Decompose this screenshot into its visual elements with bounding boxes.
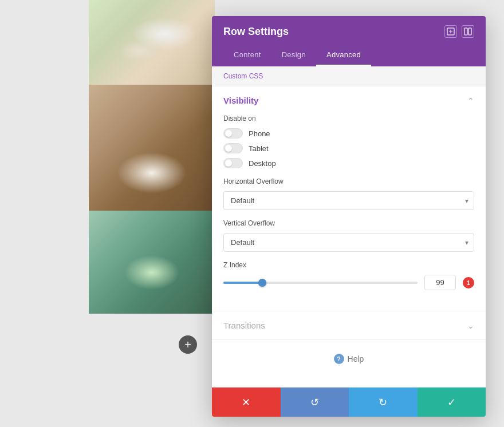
image-wedding-dress xyxy=(89,85,215,211)
help-icon: ? xyxy=(334,354,344,364)
desktop-toggle[interactable] xyxy=(223,158,243,168)
visibility-section-header[interactable]: Visibility ⌃ xyxy=(212,86,486,114)
visibility-section: Visibility ⌃ Disable on Phone Tablet xyxy=(212,86,486,311)
z-index-input[interactable] xyxy=(424,275,456,290)
phone-toggle-row: Phone xyxy=(223,128,474,139)
desktop-label: Desktop xyxy=(249,159,276,168)
confirm-button[interactable]: ✓ xyxy=(418,388,486,417)
tab-design[interactable]: Design xyxy=(271,45,316,66)
vertical-overflow-select[interactable]: Default Visible Hidden Scroll Auto xyxy=(223,233,474,252)
tablet-label: Tablet xyxy=(249,144,269,153)
svg-rect-2 xyxy=(468,28,471,35)
horizontal-overflow-select[interactable]: Default Visible Hidden Scroll Auto xyxy=(223,191,474,210)
custom-css-bar[interactable]: Custom CSS xyxy=(212,66,486,86)
phone-toggle[interactable] xyxy=(223,128,243,139)
disable-on-label: Disable on xyxy=(223,114,474,122)
phone-label: Phone xyxy=(249,129,270,138)
visibility-section-body: Disable on Phone Tablet Desktop xyxy=(212,114,486,311)
disable-on-group: Disable on Phone Tablet Desktop xyxy=(223,114,474,168)
image-strip xyxy=(89,0,215,427)
panel-content: Custom CSS Visibility ⌃ Disable on Phone xyxy=(212,66,486,387)
transitions-title: Transitions xyxy=(223,321,265,330)
z-index-slider-track[interactable] xyxy=(223,282,418,284)
z-index-badge: 1 xyxy=(463,277,474,288)
panel-tabs: Content Design Advanced xyxy=(223,45,474,66)
z-index-group: Z Index 1 xyxy=(223,261,474,290)
panel-title: Row Settings xyxy=(223,26,289,38)
visibility-collapse-icon: ⌃ xyxy=(467,96,474,105)
help-label: Help xyxy=(348,354,364,363)
vertical-overflow-group: Vertical Overflow Default Visible Hidden… xyxy=(223,219,474,252)
svg-rect-1 xyxy=(464,28,467,35)
panel-header-icons xyxy=(444,25,474,38)
transitions-header[interactable]: Transitions ⌄ xyxy=(212,311,486,339)
visibility-title: Visibility xyxy=(223,96,258,105)
horizontal-overflow-label: Horizontal Overflow xyxy=(223,177,474,185)
horizontal-overflow-select-wrapper: Default Visible Hidden Scroll Auto ▾ xyxy=(223,191,474,210)
columns-icon[interactable] xyxy=(462,25,474,38)
transitions-expand-icon: ⌄ xyxy=(467,321,474,330)
z-index-slider-thumb[interactable] xyxy=(258,279,266,287)
resize-icon[interactable] xyxy=(444,25,457,38)
tablet-toggle-row: Tablet xyxy=(223,143,474,153)
image-wedding-table xyxy=(89,211,215,314)
tab-advanced[interactable]: Advanced xyxy=(316,45,371,66)
z-index-label: Z Index xyxy=(223,261,474,269)
vertical-overflow-label: Vertical Overflow xyxy=(223,219,474,227)
redo-button[interactable]: ↻ xyxy=(349,388,418,417)
add-button[interactable]: + xyxy=(179,335,197,354)
panel-footer: ✕ ↺ ↻ ✓ xyxy=(212,387,486,417)
transitions-section: Transitions ⌄ xyxy=(212,311,486,340)
panel-header: Row Settings Content Desig xyxy=(212,16,486,66)
desktop-toggle-row: Desktop xyxy=(223,158,474,168)
horizontal-overflow-group: Horizontal Overflow Default Visible Hidd… xyxy=(223,177,474,210)
help-row[interactable]: ? Help xyxy=(212,340,486,378)
image-wedding-flowers xyxy=(89,0,215,85)
panel-title-row: Row Settings xyxy=(223,25,474,38)
vertical-overflow-select-wrapper: Default Visible Hidden Scroll Auto ▾ xyxy=(223,233,474,252)
row-settings-panel: Row Settings Content Desig xyxy=(212,16,486,417)
z-index-slider-row: 1 xyxy=(223,275,474,290)
undo-button[interactable]: ↺ xyxy=(281,388,349,417)
z-index-slider-fill xyxy=(223,282,262,284)
cancel-button[interactable]: ✕ xyxy=(212,388,281,417)
tab-content[interactable]: Content xyxy=(223,45,271,66)
tablet-toggle[interactable] xyxy=(223,143,243,153)
